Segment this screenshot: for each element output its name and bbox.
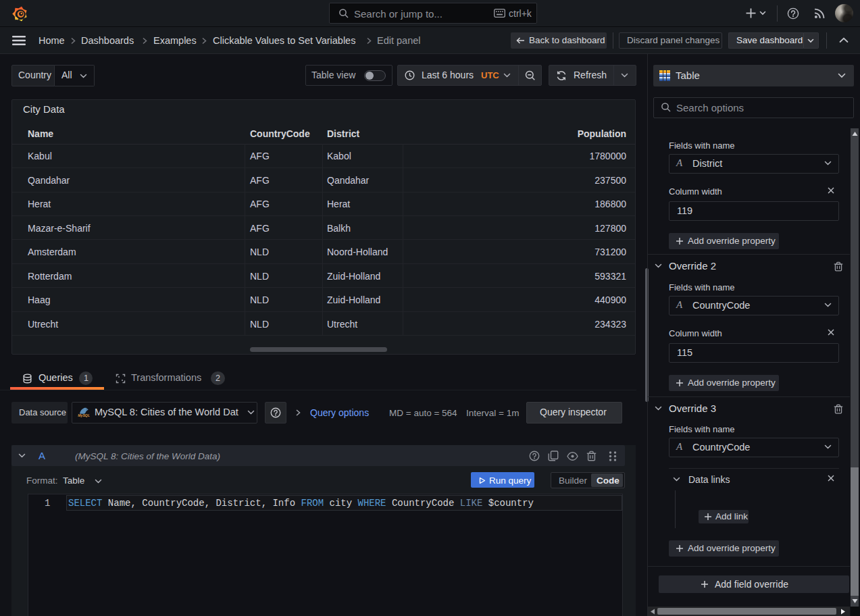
svg-text:MySQL: MySQL	[78, 413, 90, 417]
